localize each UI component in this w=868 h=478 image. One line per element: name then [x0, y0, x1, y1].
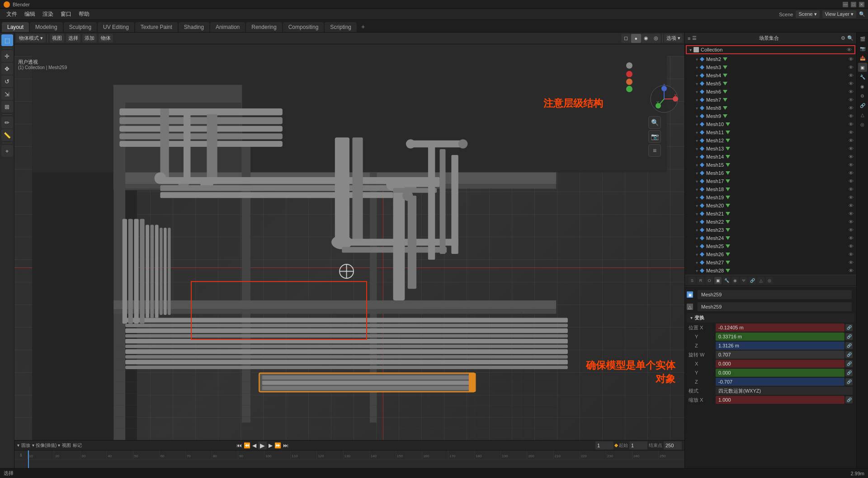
- scene-selector[interactable]: Scene ▾: [796, 10, 819, 18]
- view-layer-selector[interactable]: View Layer ▾: [822, 10, 856, 18]
- rsb-constraints-icon[interactable]: 🔗: [858, 101, 867, 110]
- mesh7-visibility[interactable]: 👁: [849, 97, 854, 103]
- playback-dropdown[interactable]: ▾ 投像(插值) ▾: [32, 442, 60, 449]
- collection-visibility-icon[interactable]: 👁: [847, 47, 852, 52]
- outliner-item-mesh17[interactable]: ▾ Mesh17 👁: [685, 177, 856, 185]
- mesh12-visibility[interactable]: 👁: [849, 138, 854, 143]
- rsb-object-icon[interactable]: ▣: [858, 63, 867, 72]
- outliner-item-mesh25[interactable]: ▾ Mesh25 👁: [685, 242, 856, 250]
- mesh8-visibility[interactable]: 👁: [849, 105, 854, 111]
- outliner-item-mesh14[interactable]: ▾ Mesh14 👁: [685, 153, 856, 161]
- transform-subsection-header[interactable]: ▾ 变换: [687, 313, 854, 323]
- search-icon[interactable]: 🔍: [859, 11, 865, 17]
- tab-rendering[interactable]: Rendering: [246, 22, 282, 32]
- outliner-item-mesh24[interactable]: ▾ Mesh24 👁: [685, 234, 856, 242]
- tab-modeling[interactable]: Modeling: [30, 22, 63, 32]
- rotation-y-link[interactable]: 🔗: [845, 369, 853, 376]
- tab-texture-paint[interactable]: Texture Paint: [135, 22, 178, 32]
- mesh25-visibility[interactable]: 👁: [849, 244, 854, 249]
- props-icon-output[interactable]: O: [706, 277, 713, 284]
- lamp-dot-1[interactable]: [626, 62, 632, 69]
- outliner-item-mesh18[interactable]: ▾ Mesh18 👁: [685, 185, 856, 193]
- minimize-button[interactable]: —: [843, 2, 848, 7]
- rotation-w-link[interactable]: 🔗: [845, 351, 853, 358]
- rotation-w-value[interactable]: 0.707: [716, 351, 844, 359]
- props-icon-particles[interactable]: ◉: [731, 277, 739, 284]
- mesh18-visibility[interactable]: 👁: [849, 187, 854, 192]
- jump-end-button[interactable]: ⏭: [283, 442, 288, 449]
- viewport-area[interactable]: 物体模式 ▾ 视图 选择 添加 物体 ◻ ● ◉ ◎ 选项 ▾: [14, 33, 684, 468]
- outliner-item-mesh16[interactable]: ▾ Mesh16 👁: [685, 169, 856, 177]
- jump-next-keyframe[interactable]: ⏩: [274, 442, 281, 449]
- shading-solid[interactable]: ●: [631, 34, 641, 43]
- mesh13-visibility[interactable]: 👁: [849, 146, 854, 151]
- outliner-item-mesh21[interactable]: ▾ Mesh21 👁: [685, 210, 856, 218]
- tool-transform[interactable]: ⊞: [1, 101, 13, 112]
- tool-annotate[interactable]: ✏: [1, 117, 13, 128]
- outliner-item-mesh2[interactable]: ▾ Mesh2 👁: [685, 55, 856, 63]
- mesh28-visibility[interactable]: 👁: [849, 268, 854, 273]
- outliner-item-mesh8[interactable]: ▾ Mesh8 👁: [685, 104, 856, 112]
- rotation-x-link[interactable]: 🔗: [845, 360, 853, 367]
- tool-rotate[interactable]: ↺: [1, 75, 13, 87]
- mesh2-visibility[interactable]: 👁: [849, 56, 854, 62]
- mesh14-visibility[interactable]: 👁: [849, 154, 854, 159]
- mesh26-visibility[interactable]: 👁: [849, 252, 854, 257]
- rsb-modifier-icon[interactable]: 🔧: [858, 72, 867, 81]
- outliner-item-mesh20[interactable]: ▾ Mesh20 👁: [685, 202, 856, 210]
- outliner-filter-btn[interactable]: ⚙: [841, 35, 845, 41]
- jump-prev-keyframe[interactable]: ⏪: [244, 442, 250, 449]
- mesh16-visibility[interactable]: 👁: [849, 170, 854, 176]
- outliner-mode-icon[interactable]: ☰: [692, 35, 697, 41]
- shading-render[interactable]: ◎: [651, 34, 661, 43]
- rsb-scene-icon[interactable]: 🎬: [858, 34, 867, 43]
- mode-selector-dropdown[interactable]: 物体模式 ▾: [16, 34, 46, 42]
- mesh22-visibility[interactable]: 👁: [849, 219, 854, 225]
- viewport-view-menu[interactable]: 视图: [50, 34, 64, 42]
- lamp-dot-4[interactable]: [626, 86, 632, 92]
- mesh24-visibility[interactable]: 👁: [849, 235, 854, 241]
- mesh17-visibility[interactable]: 👁: [849, 178, 854, 184]
- mesh6-visibility[interactable]: 👁: [849, 89, 854, 94]
- viewport-overlays-btn[interactable]: 选项 ▾: [664, 34, 683, 42]
- rsb-physics-icon[interactable]: ⚙: [858, 91, 867, 100]
- jump-start-button[interactable]: ⏮: [236, 442, 242, 449]
- tool-cursor[interactable]: ✛: [1, 50, 13, 62]
- step-forward-button[interactable]: ▶: [269, 442, 273, 449]
- display-options-button[interactable]: ≡: [648, 144, 661, 157]
- zoom-in-button[interactable]: 🔍: [648, 116, 661, 129]
- outliner-item-mesh4[interactable]: ▾ Mesh4 👁: [685, 71, 856, 80]
- location-z-value[interactable]: 1.3126 m: [716, 342, 844, 350]
- mesh27-visibility[interactable]: 👁: [849, 260, 854, 265]
- props-icon-modifier[interactable]: 🔧: [723, 277, 730, 284]
- tool-move[interactable]: ✥: [1, 63, 13, 75]
- outliner-collection[interactable]: ▾ Collection 👁: [686, 45, 855, 54]
- rsb-data-icon[interactable]: △: [858, 110, 867, 119]
- rsb-material-icon[interactable]: ◎: [858, 120, 867, 129]
- outliner-item-mesh12[interactable]: ▾ Mesh12 👁: [685, 136, 856, 145]
- menu-window[interactable]: 窗口: [57, 9, 75, 19]
- props-icon-render[interactable]: R: [697, 277, 704, 284]
- rotation-mode-dropdown[interactable]: 四元数运算(WXYZ): [716, 387, 853, 395]
- tab-uv-editing[interactable]: UV Editing: [98, 22, 134, 32]
- location-x-link[interactable]: 🔗: [845, 324, 853, 331]
- mesh20-visibility[interactable]: 👁: [849, 203, 854, 208]
- mesh15-visibility[interactable]: 👁: [849, 162, 854, 168]
- menu-render[interactable]: 渲染: [39, 9, 57, 19]
- viewport-object-menu[interactable]: 物体: [99, 34, 113, 42]
- rotation-z-link[interactable]: 🔗: [845, 378, 853, 385]
- props-icon-data[interactable]: △: [757, 277, 764, 284]
- outliner-item-mesh10[interactable]: ▾ Mesh10 👁: [685, 120, 856, 128]
- outliner-item-mesh6[interactable]: ▾ Mesh6 👁: [685, 88, 856, 96]
- mesh5-visibility[interactable]: 👁: [849, 81, 854, 86]
- tab-animation[interactable]: Animation: [210, 22, 245, 32]
- data-name-display[interactable]: Mesh259: [698, 302, 852, 311]
- mesh21-visibility[interactable]: 👁: [849, 211, 854, 216]
- outliner-item-mesh13[interactable]: ▾ Mesh13 👁: [685, 145, 856, 153]
- mesh9-visibility[interactable]: 👁: [849, 113, 854, 119]
- rsb-output-icon[interactable]: 📤: [858, 53, 867, 62]
- mesh23-visibility[interactable]: 👁: [849, 227, 854, 233]
- tool-select[interactable]: ⬚: [1, 34, 13, 46]
- rotation-gizmo[interactable]: X Y Z: [648, 83, 680, 115]
- outliner-item-mesh28[interactable]: ▾ Mesh28 👁: [685, 267, 856, 275]
